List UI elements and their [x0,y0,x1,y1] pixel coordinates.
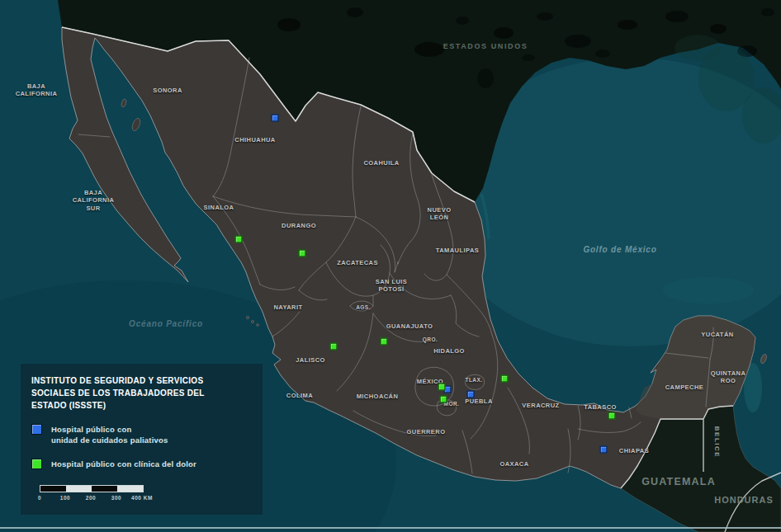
scale-tick-labels: 0100200300400 KM [40,495,163,504]
legend-item-dolor: Hospital público con clínica del dolor [31,459,251,469]
legend-swatch-dolor [31,459,42,469]
state-label-zacatecas: ZACATECAS [337,259,378,266]
state-label-baja-california-sur: BAJA CALIFORNIA SUR [73,189,115,212]
water-label-oceano-pacifico: Océano Pacífico [129,319,203,330]
state-label-durango: DURANGO [282,222,316,229]
water-label-golfo-de-mexico: Golfo de México [583,245,656,256]
state-label-michoacan: MICHOACÁN [357,393,399,400]
country-label-honduras: HONDURAS [714,495,774,506]
scale-tick: 100 [60,495,70,501]
state-label-veracruz: VERACRUZ [522,402,559,409]
state-label-nuevo-leon: NUEVO LEÓN [428,206,452,222]
state-label-chihuahua: CHIHUAHUA [234,136,275,144]
legend-item-label: Hospital público con unidad de cuidados … [51,424,168,446]
hospital-marker-dolor [381,338,388,346]
scale-tick: 0 [38,495,41,501]
state-label-quintana-roo: QUINTANA ROO [711,370,746,385]
state-label-queretaro: QRO. [423,337,438,343]
hospital-marker-dolor [235,236,243,243]
state-label-nayarit: NAYARIT [273,304,302,311]
state-label-campeche: CAMPECHE [665,384,704,391]
hospital-marker-dolor [299,250,306,257]
state-label-tabasco: TABASCO [584,403,617,411]
scale-bar-segment [40,486,66,492]
hospital-marker-paliativos [272,115,279,122]
state-label-aguascalientes: AGS. [356,304,371,311]
legend-panel: INSTITUTO DE SEGURIDAD Y SERVICIOS SOCIA… [21,364,263,515]
legend-items: Hospital público con unidad de cuidados … [31,424,251,469]
hospital-marker-paliativos [600,446,608,454]
legend-item-paliativos: Hospital público con unidad de cuidados … [31,424,251,446]
state-label-puebla: PUEBLA [465,398,493,405]
hospital-marker-dolor [438,384,446,391]
legend-title: INSTITUTO DE SEGURIDAD Y SERVICIOS SOCIA… [31,374,251,412]
state-label-tlaxcala: TLAX. [465,377,482,384]
issste-hospitals-map: ESTADOS UNIDOSGolfo de MéxicoOcéano Pací… [0,0,781,532]
hospital-marker-dolor [501,375,509,383]
scale-bar-segment [117,486,143,492]
country-label-belice: BELICE [712,426,721,458]
legend-item-label: Hospital público con clínica del dolor [51,459,196,469]
scale-tick: 300 [111,495,121,501]
scale-tick: 400 KM [131,495,153,501]
scale-bar-segment [92,486,117,492]
legend-swatch-paliativos [31,424,42,435]
country-label-guatemala: GUATEMALA [641,476,716,489]
state-label-tamaulipas: TAMAULIPAS [436,247,480,254]
scale-bar-segment [66,486,92,492]
state-label-colima: COLIMA [286,392,313,399]
state-label-hidalgo: HIDALGO [433,347,465,355]
scale-tick: 200 [86,495,96,501]
hospital-marker-paliativos [467,391,475,398]
scale-bar [40,485,144,492]
hospital-marker-dolor [440,396,447,403]
state-label-coahuila: COAHUILA [363,159,399,167]
state-label-baja-california: BAJA CALIFORNIA [16,82,58,98]
state-label-jalisco: JALISCO [296,356,325,364]
state-label-sinaloa: SINALOA [204,204,234,211]
state-label-san-luis-potosi: SAN LUIS POTOSÍ [376,278,408,294]
state-label-oaxaca: OAXACA [499,460,528,468]
state-label-guanajuato: GUANAJUATO [386,322,433,330]
hospital-marker-dolor [330,343,338,351]
state-label-sonora: SONORA [153,87,182,94]
state-label-guerrero: GUERRERO [407,428,446,435]
state-label-chiapas: CHIAPAS [619,447,649,454]
state-label-yucatan: YUCATÁN [701,331,733,338]
country-label-estados-unidos: ESTADOS UNIDOS [443,42,528,51]
hospital-marker-dolor [608,412,616,420]
